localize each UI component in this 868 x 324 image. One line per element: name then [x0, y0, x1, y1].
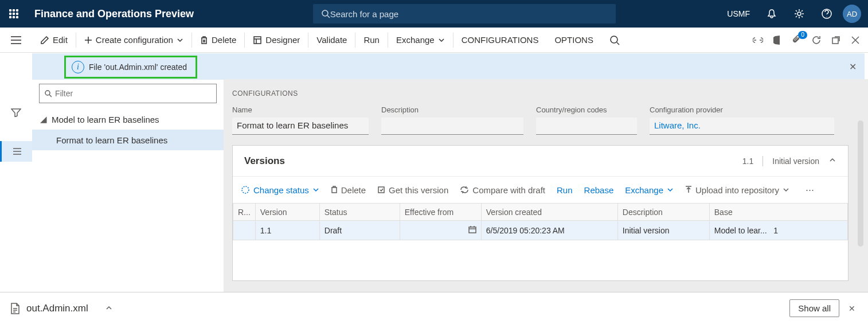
list-rail-icon[interactable]: [0, 141, 32, 162]
col-version[interactable]: Version: [255, 204, 319, 221]
tree-child[interactable]: Format to learn ER baselines: [32, 130, 224, 150]
message-close-icon[interactable]: ✕: [849, 61, 857, 72]
user-avatar[interactable]: AD: [843, 5, 861, 23]
version-summary: 1.1: [742, 157, 753, 166]
svg-rect-30: [469, 227, 476, 233]
col-description[interactable]: Description: [617, 204, 709, 221]
upload-button[interactable]: Upload into repository: [685, 185, 789, 195]
svg-point-5: [17, 13, 18, 15]
svg-point-18: [611, 36, 617, 43]
description-label: Description: [381, 106, 523, 114]
section-label: CONFIGURATIONS: [232, 89, 862, 97]
create-configuration-button[interactable]: Create configuration: [76, 28, 191, 53]
svg-rect-29: [378, 187, 384, 193]
svg-point-2: [17, 10, 18, 11]
chevron-down-icon: [177, 37, 183, 44]
content-area: CONFIGURATIONS NameFormat to learn ER ba…: [224, 79, 868, 292]
svg-point-8: [17, 17, 18, 18]
edit-button[interactable]: Edit: [32, 28, 76, 53]
tree-filter[interactable]: [39, 84, 217, 103]
close-icon[interactable]: [850, 34, 861, 46]
rebase-button[interactable]: Rebase: [584, 185, 614, 195]
get-version-button[interactable]: Get this version: [377, 185, 448, 195]
col-effective[interactable]: Effective from: [400, 204, 481, 221]
name-value[interactable]: Format to learn ER baselines: [232, 118, 369, 135]
app-title: Finance and Operations Preview: [28, 8, 194, 20]
office-icon[interactable]: [772, 34, 783, 46]
tree-panel: ◢ Model to learn ER baselines Format to …: [32, 79, 224, 292]
col-r[interactable]: R...: [233, 204, 256, 221]
popout-icon[interactable]: [830, 34, 842, 46]
message-text: File 'out.Admin.xml' created: [89, 63, 187, 72]
svg-point-0: [10, 10, 11, 11]
filter-rail-icon[interactable]: [2, 102, 30, 123]
notifications-icon[interactable]: [758, 0, 785, 28]
col-created[interactable]: Version created: [481, 204, 617, 221]
search-command[interactable]: [601, 28, 628, 53]
svg-rect-15: [254, 37, 261, 44]
configurations-tab[interactable]: CONFIGURATIONS: [453, 28, 547, 53]
filter-input[interactable]: [55, 89, 212, 98]
versions-card: Versions 1.1 Initial version Change stat…: [232, 145, 849, 281]
options-tab[interactable]: OPTIONS: [546, 28, 601, 53]
table-row[interactable]: 1.1 Draft 6/5/2019 05:20:23 AM Initial v…: [233, 221, 848, 240]
col-base[interactable]: Base: [709, 204, 847, 221]
svg-point-1: [13, 10, 15, 11]
download-file[interactable]: out.Admin.xml: [9, 302, 112, 315]
global-search[interactable]: [313, 4, 616, 24]
change-status-button[interactable]: Change status: [241, 185, 319, 195]
help-icon[interactable]: [813, 0, 840, 28]
version-exchange-button[interactable]: Exchange: [625, 185, 674, 195]
company-label[interactable]: USMF: [719, 9, 758, 18]
chevron-down-icon: [438, 37, 445, 44]
message-bar: i File 'out.Admin.xml' created: [64, 56, 197, 79]
delete-button[interactable]: Delete: [192, 28, 244, 53]
scrollbar[interactable]: [858, 120, 863, 247]
link-icon[interactable]: [752, 34, 764, 46]
attachments-icon[interactable]: 0: [791, 34, 803, 46]
collapse-icon[interactable]: [828, 156, 836, 166]
gear-icon[interactable]: [785, 0, 813, 28]
svg-point-28: [242, 186, 249, 193]
versions-title: Versions: [244, 155, 285, 167]
run-button[interactable]: Run: [355, 28, 388, 53]
provider-value[interactable]: Litware, Inc.: [650, 118, 834, 135]
chevron-up-icon[interactable]: [105, 303, 112, 314]
downloads-close-icon[interactable]: ✕: [849, 304, 855, 313]
exchange-menu[interactable]: Exchange: [388, 28, 453, 53]
nav-toggle[interactable]: [0, 28, 32, 53]
designer-button[interactable]: Designer: [245, 28, 308, 53]
svg-point-11: [797, 12, 801, 15]
svg-line-27: [49, 95, 52, 97]
svg-point-9: [322, 10, 328, 16]
base-link[interactable]: Model to lear...: [714, 226, 767, 235]
svg-rect-20: [832, 38, 838, 44]
more-icon[interactable]: ⋯: [806, 185, 814, 195]
country-label: Country/region codes: [536, 106, 637, 114]
svg-point-3: [10, 13, 11, 15]
version-summary-desc: Initial version: [772, 157, 819, 166]
col-status[interactable]: Status: [319, 204, 400, 221]
command-bar: Edit Create configuration Delete Designe…: [0, 28, 868, 53]
search-input[interactable]: [330, 9, 608, 19]
show-all-button[interactable]: Show all: [789, 299, 839, 317]
download-bar: out.Admin.xml Show all ✕: [0, 292, 868, 324]
tree-parent[interactable]: ◢ Model to learn ER baselines: [32, 109, 224, 130]
tree-collapse-icon[interactable]: ◢: [40, 114, 46, 124]
calendar-icon[interactable]: [468, 225, 476, 233]
attachment-badge: 0: [798, 31, 807, 39]
refresh-icon[interactable]: [811, 34, 822, 46]
svg-point-6: [10, 17, 11, 18]
waffle-icon[interactable]: [0, 0, 28, 28]
description-value[interactable]: [381, 118, 523, 135]
version-run-button[interactable]: Run: [557, 185, 573, 195]
svg-point-7: [13, 17, 15, 18]
validate-button[interactable]: Validate: [308, 28, 355, 53]
provider-label: Configuration provider: [650, 106, 834, 114]
app-header: Finance and Operations Preview USMF AD: [0, 0, 868, 28]
version-delete-button[interactable]: Delete: [331, 185, 366, 195]
left-rail: [0, 79, 32, 292]
compare-button[interactable]: Compare with draft: [460, 185, 545, 195]
svg-point-4: [13, 13, 15, 15]
country-value[interactable]: [536, 118, 637, 135]
